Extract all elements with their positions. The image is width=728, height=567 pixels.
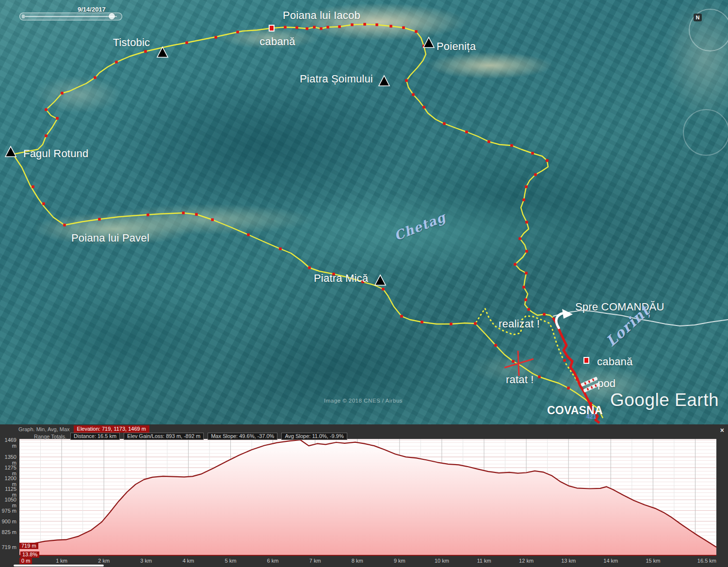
waypoint-marker[interactable] (94, 76, 97, 79)
y-axis-tick: 1050 m (0, 497, 16, 508)
waypoint-marker[interactable] (400, 315, 403, 318)
elev-gainloss-stat-box: Elev Gain/Loss: 893 m, -892 m (124, 433, 204, 440)
x-axis-tick: 6 km (263, 558, 283, 564)
north-indicator[interactable]: N (694, 14, 702, 21)
waypoint-marker[interactable] (510, 144, 513, 147)
waypoint-marker[interactable] (326, 26, 329, 29)
peak-marker-piatra-soimului[interactable] (379, 76, 389, 86)
waypoint-marker[interactable] (236, 31, 239, 33)
waypoint-marker[interactable] (567, 387, 570, 389)
waypoint-marker[interactable] (465, 130, 468, 133)
waypoint-marker[interactable] (576, 378, 579, 381)
waypoint-marker[interactable] (450, 323, 453, 325)
google-earth-window: Poiana lui IacobcabanăTistobicPoienițaPi… (0, 0, 728, 567)
waypoint-marker[interactable] (42, 202, 45, 205)
waypoint-marker[interactable] (525, 250, 528, 253)
waypoint-marker[interactable] (443, 122, 446, 125)
waypoint-marker[interactable] (421, 321, 423, 324)
waypoint-marker[interactable] (474, 322, 477, 325)
waypoint-marker[interactable] (412, 93, 415, 96)
cabana-marker[interactable] (269, 25, 274, 31)
waypoint-marker[interactable] (247, 233, 250, 236)
waypoint-marker[interactable] (589, 402, 592, 405)
waypoint-marker[interactable] (525, 185, 528, 188)
waypoint-marker[interactable] (402, 26, 405, 29)
waypoint-marker[interactable] (518, 237, 521, 240)
waypoint-marker[interactable] (45, 108, 48, 111)
waypoint-marker[interactable] (525, 221, 528, 224)
waypoint-marker[interactable] (487, 140, 490, 143)
waypoint-marker[interactable] (56, 117, 59, 120)
x-axis-tick: 16.5 km (687, 558, 716, 564)
waypoint-marker[interactable] (415, 30, 418, 33)
cursor-slope-badge: 13.8% (20, 551, 39, 558)
close-profile-button[interactable]: × (720, 427, 724, 434)
waypoint-marker[interactable] (525, 272, 528, 275)
waypoint-marker[interactable] (514, 263, 517, 266)
waypoint-marker[interactable] (422, 106, 425, 109)
waypoint-marker[interactable] (144, 50, 147, 53)
waypoint-marker[interactable] (115, 61, 118, 64)
waypoint-marker[interactable] (375, 23, 378, 26)
map-view[interactable]: Poiana lui IacobcabanăTistobicPoienițaPi… (0, 0, 728, 424)
waypoint-marker[interactable] (351, 23, 354, 26)
time-slider-handle[interactable] (109, 13, 115, 19)
time-slider-track (25, 16, 117, 17)
waypoint-marker[interactable] (195, 213, 198, 216)
waypoint-marker[interactable] (306, 27, 308, 30)
x-axis-tick: 4 km (178, 558, 198, 564)
waypoint-marker[interactable] (522, 286, 525, 289)
waypoint-marker[interactable] (279, 247, 282, 250)
waypoint-marker[interactable] (32, 185, 34, 188)
waypoint-marker[interactable] (563, 359, 566, 362)
waypoint-marker[interactable] (185, 41, 188, 44)
waypoint-marker[interactable] (61, 92, 64, 95)
waypoint-marker[interactable] (98, 218, 101, 221)
waypoint-marker[interactable] (338, 25, 341, 28)
waypoint-marker[interactable] (211, 218, 214, 221)
waypoint-marker[interactable] (332, 273, 335, 275)
peak-marker-fagul-rotund[interactable] (5, 146, 16, 157)
time-slider[interactable] (19, 13, 122, 20)
waypoint-marker[interactable] (546, 159, 549, 162)
waypoint-marker[interactable] (543, 313, 546, 316)
waypoint-marker[interactable] (531, 152, 534, 155)
peak-marker-poienita[interactable] (423, 37, 434, 48)
waypoint-marker[interactable] (214, 36, 217, 39)
pan-joystick[interactable] (683, 109, 728, 156)
waypoint-marker[interactable] (363, 23, 366, 26)
waypoint-marker[interactable] (313, 26, 316, 29)
waypoint-marker[interactable] (63, 224, 66, 227)
waypoint-marker[interactable] (284, 26, 287, 29)
cabana-marker[interactable] (584, 357, 589, 363)
waypoint-marker[interactable] (308, 266, 311, 269)
x-axis-tick: 10 km (432, 558, 452, 564)
road-to-comandau (553, 310, 728, 326)
waypoint-marker[interactable] (389, 25, 392, 28)
elevation-chart[interactable] (0, 424, 728, 567)
waypoint-marker[interactable] (295, 26, 298, 29)
waypoint-marker[interactable] (182, 211, 185, 214)
route-overlay (0, 0, 728, 424)
waypoint-marker[interactable] (405, 79, 408, 82)
waypoint-marker[interactable] (45, 134, 48, 137)
waypoint-marker[interactable] (512, 360, 515, 363)
x-axis-tick: 1 km (52, 558, 71, 564)
imagery-date: 9/14/2017 (78, 6, 106, 13)
cursor-distance-badge: 0 m (19, 558, 32, 564)
waypoint-marker[interactable] (320, 27, 323, 30)
trail-main-east (272, 24, 553, 318)
peak-marker-piatra-mica[interactable] (375, 275, 386, 285)
waypoint-marker[interactable] (382, 288, 385, 291)
waypoint-marker[interactable] (522, 198, 525, 201)
waypoint-marker[interactable] (538, 375, 541, 378)
time-slider-zoom-button[interactable] (22, 15, 25, 18)
waypoint-marker[interactable] (494, 344, 497, 347)
waypoint-marker[interactable] (534, 173, 537, 176)
profile-scrollbar[interactable] (14, 565, 104, 567)
waypoint-marker[interactable] (146, 213, 149, 216)
waypoint-marker[interactable] (361, 280, 364, 283)
waypoint-marker[interactable] (524, 298, 527, 301)
waypoint-marker[interactable] (527, 308, 530, 311)
bridge-icon (581, 376, 600, 392)
